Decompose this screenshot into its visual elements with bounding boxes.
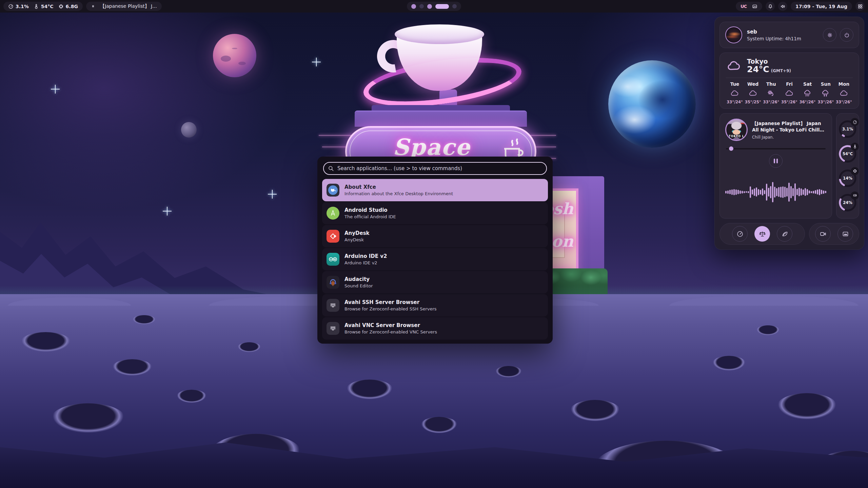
capture-group	[809, 223, 859, 245]
crater	[420, 417, 458, 434]
app-title: Avahi VNC Server Browser	[344, 322, 437, 328]
forecast-day-thu: Thu 33°/26°	[762, 81, 780, 104]
media-pill-label: 【Japanese Playlist】 J...	[100, 3, 157, 9]
android-studio-icon	[327, 207, 339, 220]
search-icon	[328, 165, 334, 171]
crater	[756, 325, 780, 336]
thermometer-icon	[34, 4, 39, 9]
screen-record-button[interactable]	[815, 226, 831, 242]
app-desc: Sound Editor	[344, 283, 373, 288]
workspace-dot-5[interactable]	[452, 4, 457, 8]
app-row-audacity[interactable]: Audacity Sound Editor	[322, 271, 548, 293]
app-row-arduino-ide-v2[interactable]: Arduino IDE v2 Arduino IDE v2	[322, 248, 548, 270]
systray: UC	[736, 2, 762, 11]
top-bar: 3.1% 54°C 6.8G 【Japanese Playlist】 J... …	[0, 0, 868, 13]
forecast-temps: 33°/26°	[836, 100, 852, 104]
screenshot-icon	[842, 230, 849, 238]
workspace-dot-2[interactable]	[419, 4, 424, 8]
tray-app-icon[interactable]: UC	[741, 4, 747, 9]
media-player-card: TOKYO L 【Japanese Playlist】 Japan All Ni…	[719, 113, 832, 219]
forecast-day-label: Mon	[839, 81, 849, 87]
progress-thumb[interactable]	[729, 146, 733, 151]
cloud-icon	[726, 59, 742, 73]
search-input[interactable]	[323, 162, 547, 175]
dashboard-button[interactable]	[855, 2, 865, 11]
notifications-button[interactable]	[766, 2, 775, 11]
gear-icon	[827, 32, 833, 38]
system-stats-pill: 3.1% 54°C 6.8G	[3, 2, 83, 11]
avahi-icon	[327, 322, 339, 335]
weather-card: Tokyo 24°C (GMT+9) Tue 33°/24°Wed 35°/25…	[719, 53, 859, 109]
memory-usage: 6.8G	[58, 4, 78, 9]
power-button[interactable]	[840, 28, 853, 42]
app-desc: Information about the Xfce Desktop Envir…	[344, 191, 453, 196]
screenshot-button[interactable]	[837, 226, 853, 242]
forecast-day-label: Fri	[786, 81, 793, 87]
crater	[20, 332, 71, 352]
cafe-roof	[372, 105, 510, 113]
grid-icon	[857, 4, 863, 9]
cloud-icon	[730, 89, 739, 97]
chip-icon	[58, 4, 64, 9]
crater	[51, 403, 125, 434]
app-row-android-studio[interactable]: Android Studio The official Android IDE	[322, 202, 548, 224]
storm-icon	[821, 89, 830, 97]
stat-ring-gauge: 3.1%	[838, 119, 857, 139]
power-profile-group	[719, 223, 805, 245]
sun-cloud-icon	[766, 89, 776, 97]
app-title: Avahi SSH Server Browser	[344, 299, 437, 305]
system-uptime: System Uptime: 4h11m	[747, 36, 818, 41]
media-progress-bar[interactable]	[726, 146, 826, 151]
wallpaper-icon[interactable]	[752, 4, 757, 9]
cpu-usage-value: 3.1%	[16, 4, 29, 9]
cpu-temp-value: 54°C	[41, 4, 54, 9]
desktop: Space Coffee eshoonans	[0, 0, 868, 488]
cafe-roof	[355, 112, 527, 127]
album-art: TOKYO L	[725, 119, 748, 141]
workspace-dot-4[interactable]	[435, 4, 449, 9]
workspace-dot-3[interactable]	[427, 4, 432, 9]
app-title: About Xfce	[344, 184, 453, 190]
settings-button[interactable]	[823, 28, 836, 42]
search-bar	[323, 162, 547, 175]
forecast-temps: 33°/24°	[727, 100, 743, 104]
audacity-icon	[327, 276, 339, 289]
app-row-anydesk[interactable]: AnyDesk AnyDesk	[322, 225, 548, 247]
forecast-temps: 33°/26°	[817, 100, 834, 104]
gauge-icon	[851, 118, 859, 126]
app-row-avahi-vnc-server-browser[interactable]: Avahi VNC Server Browser Browse for Zero…	[322, 317, 548, 340]
chip-icon	[851, 167, 859, 175]
profile-performance-button[interactable]	[732, 226, 748, 242]
weather-temp: 24°C	[747, 65, 769, 74]
album-art-caption: TOKYO L	[726, 135, 747, 138]
app-title: Android Studio	[344, 207, 396, 213]
forecast-temps: 35°/25°	[745, 100, 761, 104]
star-sparkle	[312, 58, 321, 66]
workspace-dot-1[interactable]	[411, 4, 416, 9]
pause-button[interactable]	[769, 154, 783, 168]
gauge-icon	[8, 4, 14, 9]
app-list: About Xfce Information about the Xfce De…	[322, 179, 548, 340]
rain-icon	[803, 89, 812, 97]
forecast-temps: 36°/26°	[800, 100, 816, 104]
star-sparkle	[268, 190, 277, 199]
app-desc: Arduino IDE v2	[344, 260, 387, 265]
app-launcher: About Xfce Information about the Xfce De…	[317, 157, 553, 344]
user-card: seb System Uptime: 4h11m	[719, 22, 859, 48]
cloud-icon	[839, 89, 849, 97]
clock[interactable]: 17:09 - Tue, 19 Aug	[791, 2, 852, 11]
avatar	[725, 26, 742, 43]
profile-balanced-button[interactable]	[754, 226, 770, 242]
app-title: Arduino IDE v2	[344, 253, 387, 259]
app-row-avahi-ssh-server-browser[interactable]: Avahi SSH Server Browser Browse for Zero…	[322, 294, 548, 317]
app-row-about-xfce[interactable]: About Xfce Information about the Xfce De…	[322, 179, 548, 201]
volume-button[interactable]	[778, 2, 787, 11]
workspace-indicator[interactable]	[407, 2, 461, 11]
forecast-day-mon: Mon 33°/26°	[835, 81, 853, 104]
forecast-day-label: Tue	[730, 81, 739, 87]
profile-powersaver-button[interactable]	[777, 226, 792, 242]
memory-usage-value: 6.8G	[66, 4, 78, 9]
media-title: 【Japanese Playlist】 Japan All Night - To…	[752, 120, 826, 133]
media-pill[interactable]: 【Japanese Playlist】 J...	[86, 2, 162, 11]
app-desc: Browse for Zeroconf-enabled SSH Servers	[344, 306, 437, 311]
